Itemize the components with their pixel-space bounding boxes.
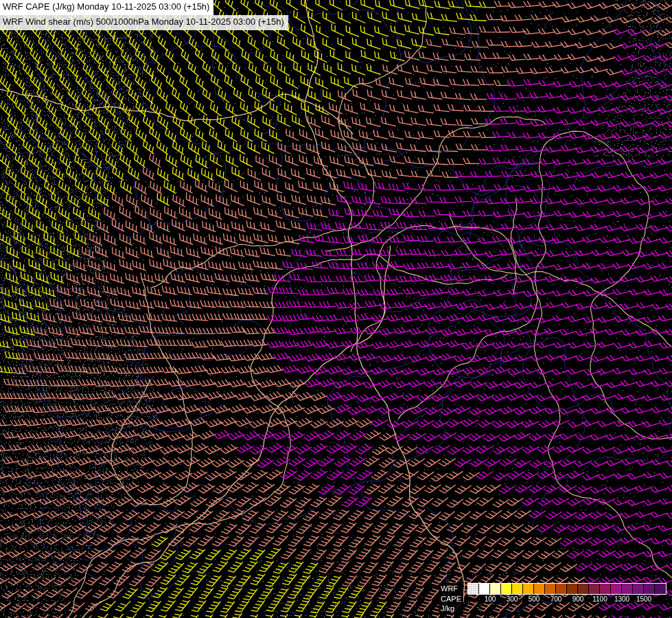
legend-tick-labels: 100300500700900110013001500	[467, 595, 667, 604]
legend-swatch	[479, 584, 490, 594]
legend-tick: 900	[572, 595, 585, 603]
legend-swatch	[611, 584, 622, 594]
legend-tick: 1100	[592, 595, 608, 603]
legend-swatch	[556, 584, 567, 594]
legend-swatch	[589, 584, 600, 594]
cape-legend: WRF CAPE J/kg 10030050070090011001300150…	[439, 583, 667, 615]
legend-swatch	[655, 584, 666, 594]
legend-swatch	[578, 584, 589, 594]
legend-swatch	[567, 584, 578, 594]
legend-tick: 500	[528, 595, 541, 603]
legend-swatch	[644, 584, 655, 594]
legend-swatch	[468, 584, 479, 594]
legend-swatch	[633, 584, 644, 594]
legend-swatch	[523, 584, 534, 594]
map-titles: WRF CAPE (J/kg) Monday 10-11-2025 03:00 …	[0, 0, 288, 30]
legend-swatch	[490, 584, 501, 594]
legend-swatch	[501, 584, 512, 594]
legend-label-parameter: CAPE	[441, 595, 461, 604]
legend-swatch	[622, 584, 633, 594]
legend-tick: 300	[506, 595, 519, 603]
legend-swatch	[600, 584, 611, 594]
legend-colorbar-block: 100300500700900110013001500	[467, 583, 667, 604]
legend-swatch	[534, 584, 545, 594]
weather-map: WRF CAPE (J/kg) Monday 10-11-2025 03:00 …	[0, 0, 672, 618]
legend-tick: 1300	[614, 595, 630, 603]
legend-swatch	[545, 584, 556, 594]
legend-label-model: WRF	[441, 584, 461, 593]
legend-tick: 100	[484, 595, 497, 603]
legend-colorbar	[467, 583, 667, 595]
legend-swatch	[512, 584, 523, 594]
legend-tick: 1500	[636, 595, 652, 603]
map-title-cape: WRF CAPE (J/kg) Monday 10-11-2025 03:00 …	[0, 0, 213, 15]
legend-label-block: WRF CAPE J/kg	[439, 583, 463, 615]
map-title-shear: WRF Wind shear (m/s) 500/1000hPa Monday …	[0, 15, 288, 30]
weather-map-canvas	[0, 0, 672, 618]
legend-tick: 700	[550, 595, 563, 603]
legend-label-unit: J/kg	[441, 604, 461, 613]
